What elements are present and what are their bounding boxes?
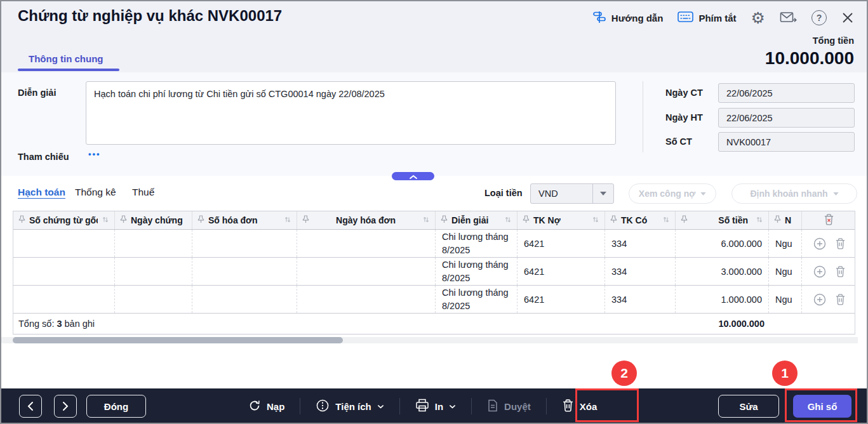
sort-icon[interactable] [592, 215, 599, 225]
cell-original-doc-no[interactable] [13, 286, 115, 313]
cell-invoice-no[interactable] [192, 230, 297, 257]
cell-description[interactable]: Chi lương tháng 8/2025 [436, 286, 517, 313]
cell-invoice-no[interactable] [192, 258, 297, 285]
doc-date-input[interactable]: 22/06/2025 [718, 83, 855, 103]
reload-button[interactable]: Nạp [248, 399, 284, 414]
cell-description[interactable]: Chi lương tháng 8/2025 [436, 230, 517, 257]
sort-icon[interactable] [102, 215, 109, 225]
page-title: Chứng từ nghiệp vụ khác NVK00017 [18, 7, 282, 25]
pin-icon[interactable] [18, 215, 25, 225]
send-mail-icon[interactable] [780, 11, 797, 25]
cell-debit-account[interactable]: 6421 [517, 258, 605, 285]
sort-icon[interactable] [504, 215, 512, 225]
cell-original-doc-no[interactable] [13, 258, 115, 285]
sort-icon[interactable] [756, 215, 763, 225]
col-header-debit-account[interactable]: TK Nợ [517, 211, 605, 229]
col-header-amount[interactable]: Số tiền [676, 211, 769, 229]
doc-no-input[interactable]: NVK00017 [718, 132, 855, 152]
help-icon[interactable]: ? [811, 10, 827, 25]
col-header-credit-account[interactable]: TK Có [605, 211, 676, 229]
tab-general-info[interactable]: Thông tin chung [29, 53, 103, 64]
pin-icon[interactable] [120, 215, 127, 225]
pin-icon[interactable] [302, 215, 309, 225]
tab-statistics[interactable]: Thống kê [75, 187, 116, 198]
cell-debit-account[interactable]: 6421 [517, 286, 605, 313]
gear-icon[interactable]: ⚙ [751, 10, 765, 26]
currency-select[interactable]: VND [530, 183, 614, 204]
sort-icon[interactable] [662, 215, 670, 225]
col-header-invoice-no[interactable]: Số hóa đơn [192, 211, 297, 229]
cell-description[interactable]: Chi lương tháng 8/2025 [436, 258, 517, 285]
chevron-down-icon [833, 192, 839, 195]
cell-invoice-date[interactable] [297, 286, 436, 313]
close-icon[interactable] [841, 11, 854, 24]
table-row[interactable]: Chi lương tháng 8/2025 6421 334 3.000.00… [13, 258, 855, 286]
cell-amount[interactable]: 6.000.000 [676, 230, 769, 257]
pin-icon[interactable] [681, 215, 688, 225]
guide-button[interactable]: Hướng dẫn [592, 10, 664, 26]
reference-more-button[interactable]: ••• [88, 149, 101, 159]
col-header-object[interactable]: N [769, 211, 802, 229]
col-header-original-doc-no[interactable]: Số chứng từ gốc [13, 211, 115, 229]
delete-row-icon[interactable] [835, 293, 846, 305]
horizontal-scrollbar-track[interactable] [0, 337, 858, 343]
cell-object[interactable]: Ngu [769, 258, 802, 285]
close-document-button[interactable]: Đóng [86, 395, 146, 418]
table-row[interactable]: Chi lương tháng 8/2025 6421 334 1.000.00… [13, 286, 855, 314]
pin-icon[interactable] [441, 215, 448, 225]
cell-credit-account[interactable]: 334 [605, 258, 676, 285]
delete-all-icon[interactable] [824, 213, 834, 227]
cell-invoice-date[interactable] [297, 258, 436, 285]
col-header-delete-all[interactable] [802, 211, 856, 229]
prev-record-button[interactable] [19, 395, 42, 418]
pin-icon[interactable] [774, 215, 781, 225]
next-record-button[interactable] [54, 395, 77, 418]
tab-tax[interactable]: Thuế [132, 187, 154, 198]
post-button[interactable]: Ghi sổ [793, 395, 851, 418]
tab-accounting[interactable]: Hạch toán [18, 187, 65, 198]
print-button[interactable]: In [415, 399, 456, 414]
delete-row-icon[interactable] [835, 237, 846, 249]
pin-icon[interactable] [610, 215, 617, 225]
add-row-icon[interactable] [813, 293, 827, 307]
cell-original-doc-date[interactable] [115, 286, 192, 313]
add-row-icon[interactable] [813, 265, 827, 279]
utilities-button[interactable]: Tiện ích [316, 399, 384, 414]
description-input[interactable]: Hạch toán chi phí lương từ Chi tiền gửi … [86, 81, 616, 145]
cell-object[interactable]: Ngu [769, 230, 802, 257]
horizontal-scrollbar-thumb[interactable] [13, 337, 343, 343]
approve-button[interactable]: Duyệt [487, 399, 531, 414]
chevron-down-icon [377, 404, 384, 409]
col-label: TK Nợ [533, 215, 561, 225]
cell-invoice-date[interactable] [297, 230, 436, 257]
sort-icon[interactable] [422, 215, 430, 225]
sort-icon[interactable] [284, 215, 291, 225]
cell-invoice-no[interactable] [192, 286, 297, 313]
cell-original-doc-date[interactable] [115, 258, 192, 285]
view-debt-button[interactable]: Xem công nợ [629, 183, 716, 204]
pin-icon[interactable] [197, 215, 204, 225]
add-row-icon[interactable] [813, 237, 827, 251]
cell-object[interactable]: Ngu [769, 286, 802, 313]
col-header-invoice-date[interactable]: Ngày hóa đơn [297, 211, 436, 229]
delete-row-icon[interactable] [835, 265, 846, 277]
table-row[interactable]: Chi lương tháng 8/2025 6421 334 6.000.00… [13, 230, 855, 258]
cell-credit-account[interactable]: 334 [605, 286, 676, 313]
quick-posting-button[interactable]: Định khoản nhanh [731, 183, 857, 204]
col-header-original-doc-date[interactable]: Ngày chứng [115, 211, 192, 229]
cell-credit-account[interactable]: 334 [605, 230, 676, 257]
form-divider [643, 81, 643, 152]
col-header-description[interactable]: Diễn giải [436, 211, 517, 229]
collapse-section-button[interactable] [392, 172, 434, 180]
cell-debit-account[interactable]: 6421 [517, 230, 605, 257]
cell-original-doc-date[interactable] [115, 230, 192, 257]
cell-amount[interactable]: 3.000.000 [676, 258, 769, 285]
post-date-input[interactable]: 22/06/2025 [718, 108, 855, 128]
delete-button[interactable]: Xóa [562, 399, 598, 414]
pin-icon[interactable] [523, 215, 530, 225]
cell-original-doc-no[interactable] [13, 230, 115, 257]
cell-amount[interactable]: 1.000.000 [676, 286, 769, 313]
edit-button[interactable]: Sửa [718, 395, 779, 418]
chevron-down-icon [592, 184, 613, 203]
shortcut-button[interactable]: Phím tắt [678, 11, 736, 25]
